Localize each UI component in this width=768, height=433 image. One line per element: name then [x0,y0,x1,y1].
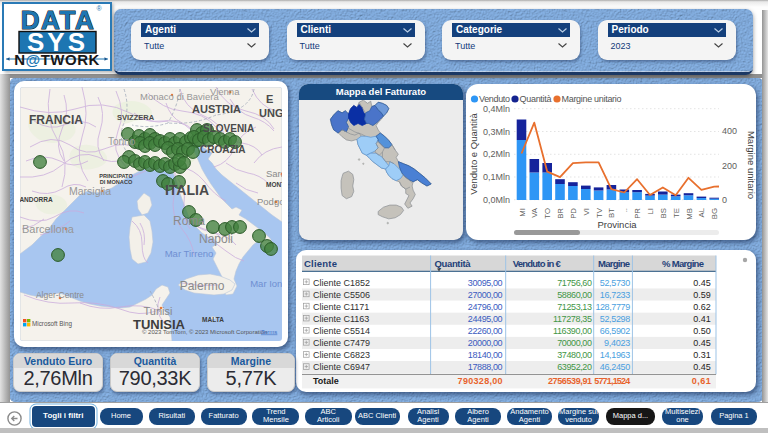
svg-text:BS: BS [659,208,668,218]
svg-text:Microsoft Bing: Microsoft Bing [32,320,72,328]
svg-text:Napoli: Napoli [199,232,233,246]
svg-text:Marsiglia: Marsiglia [69,185,111,197]
svg-text:63952,20: 63952,20 [557,362,592,372]
svg-text:0: 0 [722,195,727,205]
svg-text:..: .. [620,208,629,212]
svg-text:LI: LI [646,208,655,215]
svg-text:Margine unitario: Margine unitario [746,131,756,199]
svg-text:0,3Mln: 0,3Mln [483,127,510,137]
svg-text:30095,00: 30095,00 [468,278,503,288]
svg-text:MI: MI [518,208,527,217]
svg-text:Provincia: Provincia [597,219,637,230]
svg-text:SLOVENIA: SLOVENIA [203,123,254,134]
svg-text:BG: BG [710,208,719,219]
svg-text:46,2450: 46,2450 [600,362,630,372]
svg-text:MALTA: MALTA [202,316,224,323]
svg-text:0,4Mln: 0,4Mln [483,104,510,114]
svg-text:Venduto: Venduto [479,94,510,104]
svg-text:22260,00: 22260,00 [468,326,503,336]
svg-text:TO: TO [543,208,552,219]
svg-text:Palermo: Palermo [180,279,225,293]
svg-text:PD: PD [569,208,578,219]
svg-text:400: 400 [722,126,737,136]
svg-text:®: ® [96,5,102,12]
svg-text:17888,00: 17888,00 [468,362,503,372]
svg-text:Margine unitario: Margine unitario [562,94,622,104]
svg-text:DI MONACO: DI MONACO [100,179,133,185]
svg-text:27000,00: 27000,00 [468,290,503,300]
svg-text:Cliente C5514: Cliente C5514 [313,326,370,336]
svg-text:SVIZZERA: SVIZZERA [117,113,155,122]
svg-text:Cliente C6823: Cliente C6823 [313,350,370,360]
svg-text:© 2023 TomTom, © 2023 Microsof: © 2023 TomTom, © 2023 Microsoft Corporat… [142,329,267,335]
svg-text:70000,00: 70000,00 [557,338,592,348]
svg-text:0.62: 0.62 [693,302,711,312]
svg-text:ITALIA: ITALIA [165,182,209,198]
svg-text:16,7233: 16,7233 [600,290,630,300]
svg-text:% Margine: % Margine [662,258,704,269]
svg-text:0,2Mln: 0,2Mln [483,149,510,159]
svg-text:N@TWORK: N@TWORK [14,51,100,68]
svg-text:58860,00: 58860,00 [557,290,592,300]
svg-text:Venduto in €: Venduto in € [513,258,562,269]
svg-text:117278,35: 117278,35 [553,314,592,324]
svg-text:VI: VI [582,208,591,215]
svg-text:Alger-Centre: Alger-Centre [36,290,84,300]
svg-text:MONTENE: MONTENE [266,181,282,188]
svg-text:Cliente C6947: Cliente C6947 [313,362,370,372]
svg-text:ANDORRA: ANDORRA [20,196,53,203]
svg-text:Cliente C1171: Cliente C1171 [313,302,369,312]
svg-text:24495,00: 24495,00 [468,314,503,324]
svg-text:Vienna: Vienna [210,87,240,97]
svg-text:71756,60: 71756,60 [557,278,592,288]
svg-text:CROAZIA: CROAZIA [200,144,246,155]
svg-text:0.31: 0.31 [693,350,711,360]
svg-text:Cliente C7479: Cliente C7479 [313,338,370,348]
svg-text:Roma: Roma [173,214,205,228]
svg-text:Margine: Margine [598,258,630,269]
svg-text:0.50: 0.50 [693,326,711,336]
svg-text:Totale: Totale [313,376,339,386]
svg-text:Barcellona: Barcellona [22,223,75,235]
svg-text:0.45: 0.45 [693,338,711,348]
svg-text:66,5902: 66,5902 [600,326,630,336]
svg-text:Tunisi: Tunisi [144,305,173,317]
svg-text:Quantità: Quantità [435,258,472,269]
svg-text:71253,13: 71253,13 [557,302,592,312]
svg-text:AL: AL [697,207,706,217]
svg-text:14,1963: 14,1963 [600,350,630,360]
svg-text:Cliente: Cliente [304,258,337,269]
svg-text:Podgorizza: Podgorizza [257,196,282,207]
svg-text:PR: PR [633,208,642,219]
svg-text:VA: VA [530,207,539,218]
svg-text:Mar Tirreno: Mar Tirreno [165,248,214,259]
svg-text:TV: TV [595,207,604,218]
svg-text:MB: MB [685,208,694,220]
svg-text:128,7779: 128,7779 [595,302,630,312]
svg-text:Sarajevo: Sarajevo [266,168,282,179]
svg-text:Quantità: Quantità [520,94,552,104]
svg-text:BT: BT [607,208,616,218]
svg-text:Venduto e Quantità: Venduto e Quantità [468,113,479,195]
svg-text:20000,00: 20000,00 [468,338,503,348]
svg-text:Cliente C1852: Cliente C1852 [313,278,370,288]
svg-text:TE: TE [672,208,681,218]
svg-text:UNGHE: UNGHE [259,107,282,119]
svg-text:Monaco di Baviera: Monaco di Baviera [140,91,219,102]
svg-text:52,5298: 52,5298 [600,314,630,324]
svg-text:9,4023: 9,4023 [604,338,630,348]
svg-text:E: E [266,93,273,105]
svg-text:37480,00: 37480,00 [557,350,592,360]
svg-text:5771,1524: 5771,1524 [594,376,630,386]
svg-text:2756539,91: 2756539,91 [548,376,592,386]
svg-text:52,5730: 52,5730 [600,278,630,288]
svg-text:0.41: 0.41 [693,314,711,324]
svg-text:790328,00: 790328,00 [458,376,503,386]
svg-text:18140,00: 18140,00 [468,350,503,360]
svg-text:AUSTRIA: AUSTRIA [192,103,241,115]
svg-text:200: 200 [722,161,737,171]
svg-text:Mar Ionio: Mar Ionio [250,278,282,289]
svg-text:0,1Mln: 0,1Mln [483,172,510,182]
svg-text:0,61: 0,61 [692,376,711,386]
svg-text:Terms: Terms [261,329,277,335]
